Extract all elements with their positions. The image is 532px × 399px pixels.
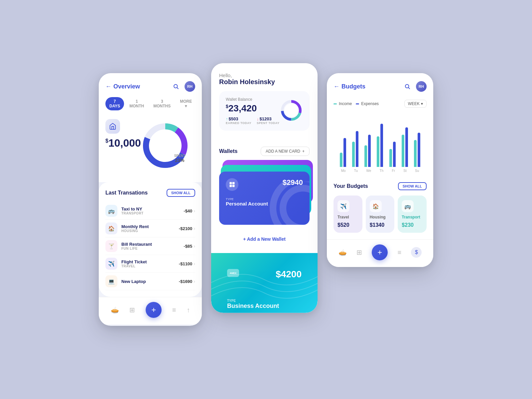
overview-header: ← Overview RH — [105, 81, 195, 92]
budget-show-all-button[interactable]: SHOW ALL — [398, 182, 427, 190]
svg-line-19 — [408, 87, 410, 89]
budget-search-button[interactable] — [402, 81, 413, 92]
income-bar — [414, 140, 417, 167]
transaction-item[interactable]: 🏠 Monthly Rent HOUSING -$2100 › — [105, 220, 195, 237]
spent-label: SPENT 23% — [174, 154, 185, 163]
large-card-amount: $4200 — [276, 269, 302, 280]
your-budgets-title: Your Budgets — [333, 183, 368, 189]
bar-chart — [333, 114, 427, 167]
large-teal-card[interactable]: AMEX $4200 TYPE Business Account — [211, 253, 318, 313]
trans-details: Monthly Rent HOUSING — [121, 224, 179, 233]
bar-pair — [340, 138, 346, 167]
back-arrow-icon: ← — [105, 83, 111, 90]
bottom-nav: 🥧 ⊞ + ≡ ↑ — [99, 297, 202, 325]
expense-bar — [343, 138, 346, 167]
filter-3months[interactable]: 3 MONTHS — [149, 97, 175, 110]
housing-category: Housing — [370, 215, 391, 219]
svg-rect-16 — [230, 185, 232, 187]
budget-back-button[interactable]: ← Budgets — [333, 83, 365, 90]
nav-grid-icon[interactable]: ⊞ — [356, 248, 362, 256]
svg-point-12 — [283, 188, 310, 225]
filter-1month[interactable]: 1 MONTH — [125, 97, 148, 110]
search-button[interactable] — [171, 81, 181, 92]
bar-day-label: Fr — [392, 169, 395, 173]
transaction-item[interactable]: 🚌 Taxi to NY TRANSPORT -$40 › — [105, 202, 195, 220]
transaction-item[interactable]: ✈️ Flight Ticket TRAVEL -$1100 › — [105, 255, 195, 273]
small-donut-chart — [280, 99, 303, 123]
bar-labels: MoTuWeThFrStSu — [333, 167, 427, 173]
chase-icon — [226, 178, 238, 191]
balance-stats: ↑$503 EARNED TODAY ↓$1203 SPENT TODAY — [226, 116, 280, 125]
plus-icon: + — [302, 149, 305, 154]
income-bar — [377, 136, 379, 167]
expense-bar — [405, 127, 408, 167]
transaction-item[interactable]: 🍸 Bill Restaurant FUN LIFE -$85 › — [105, 237, 195, 255]
travel-amount: $520 — [337, 222, 358, 228]
expense-dot — [356, 103, 359, 104]
chevron-right-icon: › — [194, 243, 195, 249]
card-type-name: Personal Account — [226, 201, 303, 206]
transport-amount: $230 — [402, 222, 423, 228]
large-card-type-label: TYPE — [227, 299, 302, 303]
wallet-top: Hello, Robin Holesinsky Wallet Balance $… — [211, 63, 318, 143]
budget-bottom: Your Budgets SHOW ALL ✈️ Travel $520 🏠 H… — [327, 177, 433, 239]
expense-legend: Expenses — [356, 101, 379, 106]
cards-stack: AMEX $4200 — [219, 160, 310, 226]
housing-budget-card[interactable]: 🏠 Housing $1340 — [366, 196, 395, 233]
overview-title: Overview — [113, 83, 140, 90]
trans-details: Taxi to NY TRANSPORT — [121, 206, 184, 215]
budget-avatar[interactable]: RH — [416, 81, 427, 92]
avatar[interactable]: RH — [185, 81, 195, 92]
travel-budget-card[interactable]: ✈️ Travel $520 — [333, 196, 362, 233]
budget-top: ← Budgets RH Income — [327, 73, 433, 177]
nav-pie-icon[interactable]: 🥧 — [111, 306, 119, 314]
filter-more[interactable]: MORE ▾ — [176, 97, 196, 110]
nav-upload-icon[interactable]: ↑ — [187, 306, 190, 314]
blue-card[interactable]: $2940 TYPE Personal Account — [219, 172, 310, 225]
bar-day-label: St — [403, 169, 406, 173]
week-selector[interactable]: WEEK ▾ — [404, 100, 427, 108]
nav-pie-icon[interactable]: 🥧 — [338, 248, 347, 256]
balance-amount: $23,420 — [226, 103, 280, 114]
income-dot — [333, 103, 337, 104]
header-icons: RH — [171, 81, 195, 92]
balance-label: Wallet Balance — [226, 97, 280, 102]
budget-fab-button[interactable]: + — [372, 244, 388, 260]
back-arrow-icon: ← — [333, 83, 339, 90]
nav-list-icon[interactable]: ≡ — [397, 249, 401, 256]
time-filters: 7 DAYS 1 MONTH 3 MONTHS MORE ▾ — [105, 97, 195, 110]
nav-grid-icon[interactable]: ⊞ — [129, 306, 135, 314]
svg-rect-15 — [232, 182, 235, 185]
income-bar — [402, 135, 404, 167]
transport-budget-icon: 🚌 — [402, 200, 414, 212]
nav-dollar-icon[interactable]: $ — [411, 247, 422, 258]
travel-icon: ✈️ — [105, 258, 117, 270]
add-new-card-button[interactable]: ADD A NEW CARD + — [261, 147, 310, 156]
search-icon — [173, 83, 179, 89]
shopping-icon: 💻 — [105, 275, 117, 287]
back-button[interactable]: ← Overview — [105, 83, 140, 90]
transport-budget-card[interactable]: 🚌 Transport $230 — [398, 196, 427, 233]
your-budgets-header: Your Budgets SHOW ALL — [333, 182, 427, 190]
greeting-name: Robin Holesinsky — [219, 78, 310, 86]
bar-group — [402, 127, 408, 167]
bar-group — [364, 135, 371, 167]
budgets-screen: ← Budgets RH Income — [327, 73, 433, 267]
trans-details: New Laptop — [121, 279, 179, 284]
nav-list-icon[interactable]: ≡ — [172, 306, 176, 314]
transaction-item[interactable]: 💻 New Laptop -$1690 › — [105, 273, 195, 290]
bar-pair — [352, 131, 358, 167]
fab-add-button[interactable]: + — [146, 302, 162, 318]
donut-chart — [139, 119, 199, 179]
filter-7days[interactable]: 7 DAYS — [105, 97, 124, 110]
show-all-button[interactable]: SHOW ALL — [167, 189, 195, 197]
greeting-sub: Hello, — [219, 72, 310, 78]
chart-legend-row: Income Expenses WEEK ▾ — [333, 97, 427, 110]
svg-rect-14 — [230, 182, 232, 185]
bar-group — [352, 131, 358, 167]
add-wallet-link[interactable]: + Add a New Wallet — [219, 232, 310, 246]
travel-budget-icon: ✈️ — [337, 200, 349, 212]
bar-group — [377, 124, 383, 167]
budget-header: ← Budgets RH — [333, 81, 427, 92]
wallets-title: Wallets — [219, 148, 237, 154]
